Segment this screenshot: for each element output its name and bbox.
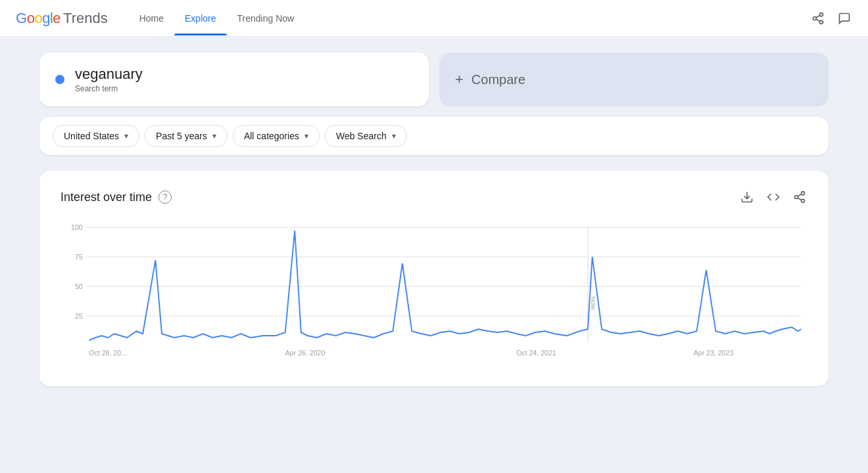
main-content: veganuary Search term + Compare United S… [13,37,855,402]
svg-point-0 [820,12,823,16]
search-term-name: veganuary [75,66,143,83]
help-label: ? [163,192,168,202]
svg-line-4 [816,15,820,17]
svg-point-8 [802,199,805,202]
header-actions [810,11,852,26]
chart-title-row: Interest over time ? [60,191,172,204]
svg-text:Apr 26, 2020: Apr 26, 2020 [285,349,326,357]
svg-text:75: 75 [75,253,83,261]
svg-point-6 [802,192,805,195]
chart-container: 100 75 50 25 Note Oct 28, 20... Apr 26, … [60,221,808,368]
feedback-icon[interactable] [836,11,852,26]
compare-card[interactable]: + Compare [439,53,829,106]
chart-title: Interest over time [60,191,152,204]
svg-text:100: 100 [71,223,83,231]
nav-explore[interactable]: Explore [174,1,226,35]
compare-plus-icon: + [455,71,464,88]
chevron-down-icon: ▾ [212,131,216,141]
chevron-down-icon: ▾ [392,131,396,141]
help-icon[interactable]: ? [158,191,172,204]
svg-point-7 [795,196,798,199]
logo[interactable]: Google Trends [16,10,108,27]
svg-text:Note: Note [590,296,597,311]
filter-time-label: Past 5 years [156,131,207,141]
filter-search-type[interactable]: Web Search ▾ [325,125,407,147]
chart-actions [739,189,808,205]
svg-text:25: 25 [75,312,83,320]
svg-line-10 [798,194,802,196]
interest-chart: 100 75 50 25 Note Oct 28, 20... Apr 26, … [60,221,808,365]
filter-time[interactable]: Past 5 years ▾ [145,125,228,147]
embed-icon[interactable] [765,189,781,205]
search-dot [55,75,64,84]
share-icon[interactable] [810,11,826,26]
filter-region[interactable]: United States ▾ [53,125,139,147]
chevron-down-icon: ▾ [124,131,128,141]
svg-point-2 [820,20,823,24]
svg-text:Apr 23, 2023: Apr 23, 2023 [694,349,734,357]
search-term-info: veganuary Search term [75,66,143,93]
nav-trending[interactable]: Trending Now [227,1,305,35]
search-term-type: Search term [75,84,143,93]
filter-category-label: All categories [244,131,299,141]
google-wordmark: Google [16,10,60,27]
main-nav: Home Explore Trending Now [129,1,810,35]
svg-point-1 [813,16,817,20]
chart-header: Interest over time ? [60,189,808,205]
svg-text:50: 50 [75,282,83,290]
share-chart-icon[interactable] [792,189,808,205]
svg-line-9 [798,198,802,200]
chart-card: Interest over time ? [39,171,829,386]
filter-region-label: United States [64,131,119,141]
chevron-down-icon: ▾ [304,131,308,141]
filter-search-type-label: Web Search [336,131,387,141]
download-icon[interactable] [739,189,755,205]
trends-wordmark: Trends [63,10,108,27]
svg-text:Oct 28, 20...: Oct 28, 20... [89,349,127,357]
search-term-card: veganuary Search term [39,53,429,106]
svg-text:Oct 24, 2021: Oct 24, 2021 [516,349,556,357]
nav-home[interactable]: Home [129,1,174,35]
header: Google Trends Home Explore Trending Now [0,0,868,37]
svg-line-3 [816,19,820,21]
filter-row: United States ▾ Past 5 years ▾ All categ… [39,117,829,155]
compare-label: Compare [471,72,525,87]
filter-category[interactable]: All categories ▾ [233,125,320,147]
search-row: veganuary Search term + Compare [39,53,829,106]
